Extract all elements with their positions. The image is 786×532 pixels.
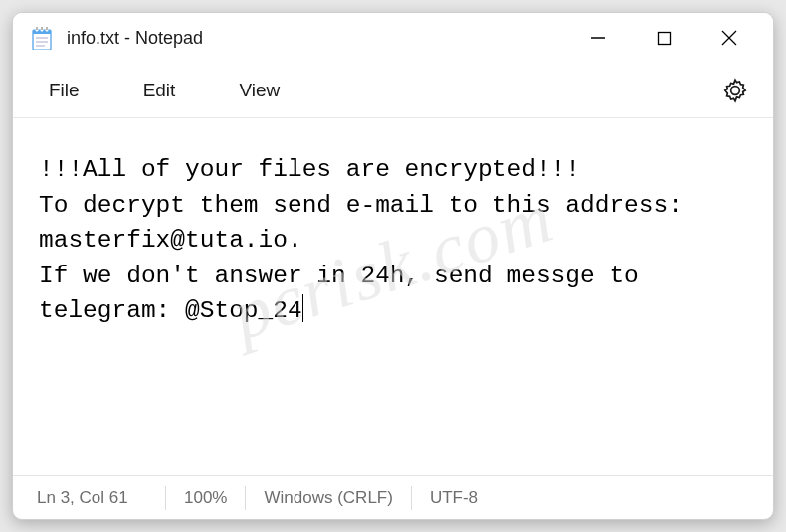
notepad-icon	[31, 27, 53, 49]
editor-line: !!!All of your files are encrypted!!!	[39, 156, 580, 183]
close-button[interactable]	[717, 26, 741, 50]
svg-rect-12	[658, 32, 670, 44]
settings-button[interactable]	[715, 71, 755, 110]
maximize-button[interactable]	[652, 26, 676, 50]
menu-view[interactable]: View	[221, 70, 297, 111]
titlebar: info.txt - Notepad	[13, 13, 773, 63]
window-title: info.txt - Notepad	[67, 28, 586, 49]
editor-line: If we don't answer in 24h, send messge t…	[39, 263, 654, 325]
text-editor[interactable]: !!!All of your files are encrypted!!! To…	[13, 118, 773, 475]
notepad-window: info.txt - Notepad File Edit View !!!All…	[12, 12, 774, 520]
status-cursor-position: Ln 3, Col 61	[37, 486, 166, 510]
window-controls	[586, 26, 769, 50]
gear-icon	[722, 78, 748, 103]
menu-edit[interactable]: Edit	[125, 70, 194, 111]
status-encoding: UTF-8	[412, 486, 495, 510]
text-caret	[302, 294, 304, 322]
status-line-ending: Windows (CRLF)	[246, 486, 411, 510]
statusbar: Ln 3, Col 61 100% Windows (CRLF) UTF-8	[13, 475, 773, 519]
status-zoom[interactable]: 100%	[166, 486, 246, 510]
menubar: File Edit View	[13, 63, 773, 118]
editor-line: To decrypt them send e-mail to this addr…	[39, 192, 697, 255]
minimize-button[interactable]	[586, 26, 610, 50]
menu-file[interactable]: File	[31, 70, 98, 111]
